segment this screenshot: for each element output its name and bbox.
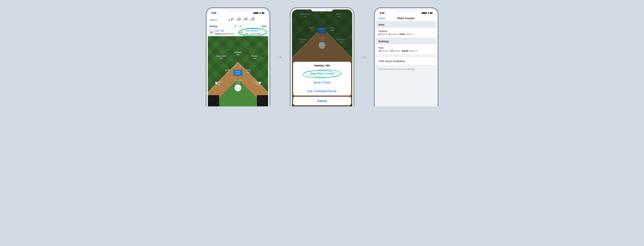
chevron-right-icon: › bbox=[432, 31, 434, 35]
wifi-icon: ◈ bbox=[428, 12, 429, 14]
section-header-bulls: Bulls bbox=[376, 21, 436, 28]
away-score: 0 bbox=[233, 24, 238, 28]
score-bar: Bulldogs 0 0 Bulls bbox=[208, 24, 268, 29]
if-smith[interactable]: Smith#2 bbox=[225, 69, 230, 74]
sub-out-pitcher-button[interactable]: Sub Out/Relief Pitcher bbox=[293, 87, 351, 96]
phone-screen-pitch-counts: 8:00 ▮▮▮▮ ◈ ▮▮ Close Pitch Counts Bulls … bbox=[374, 8, 438, 106]
of-left[interactable]: Hernandez#32 bbox=[216, 55, 226, 60]
pitcher-info[interactable]: #34, Howton PC: 2 (2), 0.0 IP bbox=[245, 29, 260, 36]
stats-text: 8 Pitches, 6 Strikes, 75.00 Strike % bbox=[379, 33, 414, 36]
field-view[interactable]: Hernandez#32 Jackson#51 Baxter#44 Smith#… bbox=[208, 36, 268, 106]
wifi-icon: ◈ bbox=[259, 12, 261, 14]
phone-screen-scoring: 8:00 ▮▮▮▮ ◈ ▮▮ Menu ▲ 1st B0 S0 O0 Bulld… bbox=[206, 8, 270, 106]
of-right[interactable]: Baxter#44 bbox=[252, 55, 258, 60]
phone-screen-action-sheet: Hernandez#32 Jackson#51 Baxter#44 Smith#… bbox=[290, 8, 354, 106]
home-score: 0 bbox=[238, 24, 243, 28]
arrow-icon: → bbox=[278, 54, 282, 60]
signal-icon: ▮▮▮▮ bbox=[422, 12, 427, 14]
cancel-button[interactable]: Cancel bbox=[293, 97, 351, 105]
battery-icon: ▮▮ bbox=[430, 12, 432, 14]
status-time: 8:00 bbox=[380, 12, 385, 14]
arrow-icon: → bbox=[362, 54, 366, 60]
outs-count: O0 bbox=[250, 17, 255, 22]
pitcher-on-field[interactable]: Howton#34 PITCH bbox=[234, 79, 242, 91]
chevron-right-icon: › bbox=[432, 47, 434, 52]
status-time: 8:00 bbox=[212, 12, 216, 14]
inning-indicator[interactable]: ▲ 1st bbox=[228, 17, 234, 21]
action-sheet: Howton, #34 View Pitch Counts Spray Char… bbox=[293, 62, 351, 106]
pitcher-row-howton[interactable]: Howton 8 Pitches, 6 Strikes, 75.00 Strik… bbox=[376, 28, 436, 38]
sheet-title: Howton, #34 bbox=[293, 62, 351, 69]
batter-tag[interactable]: AB bbox=[209, 29, 214, 35]
strikes-count: S0 bbox=[243, 17, 248, 22]
close-button[interactable]: Close bbox=[378, 17, 386, 20]
if-thompson[interactable]: Thompson#25 bbox=[252, 81, 262, 86]
footer-hint: Pitch count alerts can be set in Setting… bbox=[376, 65, 436, 73]
spray-charts-button[interactable]: Spray Charts bbox=[293, 78, 351, 87]
if-yang[interactable]: Yang#10 bbox=[246, 69, 250, 74]
chevron-right-icon: › bbox=[432, 59, 434, 63]
signal-icon: ▮▮▮▮ bbox=[254, 12, 258, 14]
home-team-name[interactable]: Bulls bbox=[243, 24, 268, 28]
away-team-name[interactable]: Bulldogs bbox=[208, 24, 233, 28]
balls-count: B0 bbox=[236, 17, 241, 22]
of-center[interactable]: Jackson#51 bbox=[234, 51, 242, 56]
pitcher-tag[interactable]: P bbox=[239, 29, 244, 35]
runner-second[interactable]: Lincol...#10 bbox=[234, 70, 242, 76]
page-title: Pitch Counts bbox=[386, 17, 426, 20]
batter-info[interactable]: #28, Han Batting 2nd of 9, 0-0 bbox=[215, 29, 234, 36]
battery-icon: ▮▮ bbox=[262, 12, 264, 14]
menu-button[interactable]: Menu bbox=[210, 18, 217, 22]
status-icons: ▮▮▮▮ ◈ ▮▮ bbox=[422, 12, 432, 14]
if-roberts[interactable]: Roberts#20 bbox=[215, 81, 222, 86]
pitch-smart-guidelines-row[interactable]: Pitch Smart Guidelines › bbox=[376, 57, 436, 65]
view-pitch-counts-button[interactable]: View Pitch Counts bbox=[293, 69, 351, 78]
pitch-button[interactable]: PITCH bbox=[234, 84, 242, 91]
section-header-bulldogs: Bulldogs bbox=[376, 38, 436, 44]
stats-text: 13 Pitches, 13 Strikes, 100.00 Strike % bbox=[379, 50, 417, 52]
status-icons: ▮▮▮▮ ◈ ▮▮ bbox=[254, 12, 264, 14]
pitcher-row-han[interactable]: Han 13 Pitches, 13 Strikes, 100.00 Strik… bbox=[376, 44, 436, 54]
